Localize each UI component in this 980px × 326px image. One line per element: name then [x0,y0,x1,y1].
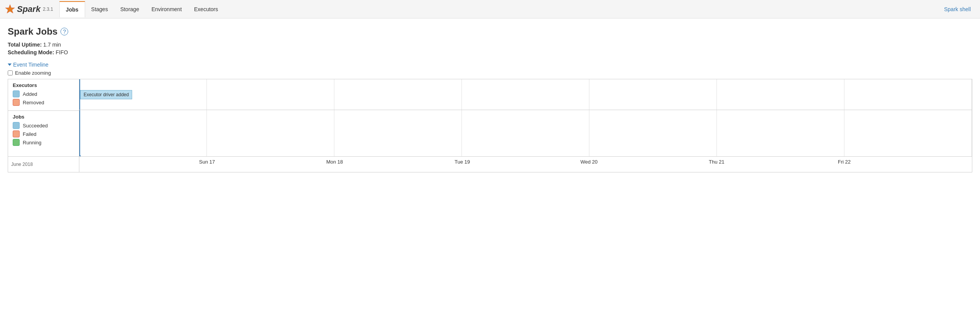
legend-removed-color [13,99,20,106]
grid-line [334,110,462,156]
scheduling-mode-value: FIFO [55,49,68,55]
legend-failed-label: Failed [23,131,36,137]
spark-logo: Spark 2.3.1 [5,4,53,15]
x-axis-labels: Sun 17Mon 18Tue 19Wed 20Thu 21Fri 22 [79,157,972,172]
x-axis-tick: Sun 17 [199,159,215,165]
executor-driver-added-badge: Executor driver added [80,90,132,99]
triangle-down-icon [8,64,12,66]
timeline-body: Executors Added Removed Jobs Succ [8,79,972,156]
x-axis-tick: Fri 22 [838,159,851,165]
legend-removed-item: Removed [13,99,74,106]
navbar: Spark 2.3.1 Jobs Stages Storage Environm… [0,0,980,18]
grid-lines-jobs [79,110,972,156]
legend-executors-title: Executors [13,82,74,88]
grid-line [717,79,844,110]
grid-line [207,79,334,110]
main-content: Spark Jobs ? Total Uptime: 1.7 min Sched… [0,18,980,180]
legend-succeeded-label: Succeeded [23,123,48,129]
legend-running-color [13,139,20,146]
legend-added-label: Added [23,91,37,97]
legend-added-item: Added [13,90,74,97]
legend-added-color [13,90,20,97]
event-timeline-label: Event Timeline [13,62,49,68]
legend-jobs-section: Jobs Succeeded Failed Running [8,110,79,150]
grid-line [462,110,589,156]
legend-succeeded-color [13,122,20,129]
total-uptime-value: 1.7 min [43,42,61,48]
legend-succeeded-item: Succeeded [13,122,74,129]
enable-zoom-label: Enable zooming [15,70,51,76]
legend-running-label: Running [23,140,41,145]
scheduling-mode-label: Scheduling Mode: [8,49,54,55]
x-axis-tick: Tue 19 [455,159,470,165]
grid-lines-executors [79,79,972,110]
tab-executors[interactable]: Executors [188,2,224,17]
page-title: Spark Jobs [8,26,57,37]
spark-star-icon [5,4,15,15]
timeline-legend: Executors Added Removed Jobs Succ [8,79,79,156]
enable-zoom-checkbox[interactable] [8,70,13,75]
legend-running-item: Running [13,139,74,146]
grid-line [844,110,972,156]
svg-marker-0 [5,4,15,13]
grid-line [79,110,207,156]
info-section: Total Uptime: 1.7 min Scheduling Mode: F… [8,42,972,55]
month-year-label: June 2018 [11,162,33,167]
spark-version: 2.3.1 [43,7,53,12]
total-uptime-label: Total Uptime: [8,42,42,48]
timeline-container: Executors Added Removed Jobs Succ [8,79,972,172]
nav-tabs: Jobs Stages Storage Environment Executor… [59,1,944,17]
grid-line [589,110,717,156]
tab-stages[interactable]: Stages [85,2,114,17]
x-axis-tick: Thu 21 [709,159,724,165]
x-axis-tick: Wed 20 [581,159,598,165]
spark-logo-text: Spark [17,4,40,14]
help-link[interactable]: ? [60,28,68,35]
page-title-row: Spark Jobs ? [8,26,972,37]
scheduling-mode-row: Scheduling Mode: FIFO [8,49,972,55]
grid-line [589,79,717,110]
enable-zoom-row: Enable zooming [8,70,972,76]
chart-area: Executor driver added [79,79,972,156]
chart-row-jobs [79,110,972,156]
legend-failed-color [13,130,20,137]
legend-failed-item: Failed [13,130,74,137]
grid-line [207,110,334,156]
spark-shell-link[interactable]: Spark shell [944,6,971,12]
grid-line [462,79,589,110]
grid-line [717,110,844,156]
chart-row-executors: Executor driver added [79,79,972,110]
tab-storage[interactable]: Storage [114,2,145,17]
legend-executors-section: Executors Added Removed [8,79,79,110]
total-uptime-row: Total Uptime: 1.7 min [8,42,972,48]
x-axis: June 2018 Sun 17Mon 18Tue 19Wed 20Thu 21… [8,156,972,172]
tab-environment[interactable]: Environment [145,2,188,17]
x-axis-date-label: June 2018 [8,157,79,172]
start-line-jobs [79,110,80,156]
event-timeline-toggle[interactable]: Event Timeline [8,62,972,68]
brand: Spark 2.3.1 [5,4,53,15]
x-axis-tick: Mon 18 [326,159,343,165]
tab-jobs[interactable]: Jobs [59,1,85,17]
grid-line [844,79,972,110]
grid-line [334,79,462,110]
legend-jobs-title: Jobs [13,114,74,120]
legend-removed-label: Removed [23,100,44,105]
navbar-right: Spark shell [944,6,975,12]
